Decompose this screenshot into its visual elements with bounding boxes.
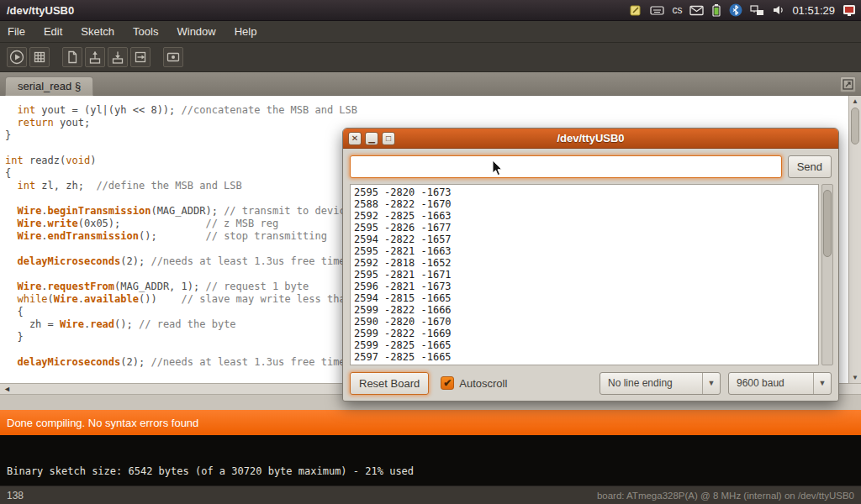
serial-output-line: 2599 -2825 -1665	[354, 339, 815, 351]
code-line: int yout = (yl|(yh << 8)); //concatenate…	[5, 104, 861, 117]
menu-window[interactable]: Window	[167, 21, 224, 43]
board-info: board: ATmega328P(A) @ 8 MHz (internal) …	[597, 491, 854, 501]
status-message: Done compiling. No syntax errors found	[7, 417, 198, 429]
clock[interactable]: 01:51:29	[792, 4, 835, 17]
chevron-down-icon: ▼	[702, 373, 720, 394]
footer-status-strip: 138 board: ATmega328P(A) @ 8 MHz (intern…	[0, 486, 861, 504]
stop-button[interactable]	[29, 47, 50, 67]
save-sketch-button[interactable]	[108, 47, 128, 67]
line-number-indicator: 138	[7, 490, 24, 501]
serial-output-line: 2596 -2819 -1675	[354, 363, 815, 365]
mouse-cursor	[492, 160, 504, 181]
keyboard-layout-indicator[interactable]: cs	[672, 4, 682, 16]
editor-scroll-thumb[interactable]	[851, 108, 859, 144]
autoscroll-label: Autoscroll	[459, 377, 507, 390]
baud-rate-dropdown[interactable]: 9600 baud ▼	[728, 372, 832, 395]
compile-status-bar: Done compiling. No syntax errors found	[0, 410, 861, 435]
top-panel: /dev/ttyUSB0 cs 01:51:	[0, 0, 861, 21]
serial-output-line: 2595 -2821 -1663	[354, 245, 815, 257]
open-sketch-button[interactable]	[85, 47, 105, 67]
scroll-up-icon[interactable]: ▲	[849, 96, 861, 107]
serial-output-line: 2595 -2826 -1677	[354, 222, 815, 234]
panel-app-title: /dev/ttyUSB0	[7, 4, 74, 17]
serial-output-line: 2597 -2825 -1665	[354, 351, 815, 363]
serial-output-line: 2594 -2822 -1657	[354, 234, 815, 245]
serial-output-line: 2596 -2821 -1673	[354, 281, 815, 292]
serial-scroll-thumb[interactable]	[823, 190, 832, 257]
reset-board-button[interactable]: Reset Board	[350, 372, 429, 395]
menu-bar: File Edit Sketch Tools Window Help	[0, 21, 861, 43]
battery-icon[interactable]	[711, 3, 721, 17]
serial-window-title: /dev/ttyUSB0	[343, 129, 838, 149]
network-icon[interactable]	[750, 4, 764, 17]
serial-output-line: 2590 -2820 -1670	[354, 316, 815, 328]
new-sketch-button[interactable]	[62, 47, 82, 67]
serial-output-line: 2595 -2820 -1673	[354, 186, 815, 198]
tab-bar: serial_read §	[0, 72, 861, 96]
serial-output-line: 2599 -2822 -1666	[354, 304, 815, 316]
menu-sketch[interactable]: Sketch	[71, 21, 124, 43]
serial-output-line: 2594 -2815 -1665	[354, 292, 815, 304]
autoscroll-checkbox[interactable]: ✔	[441, 376, 454, 390]
serial-output-line: 2588 -2822 -1670	[354, 198, 815, 210]
line-ending-value: No line ending	[600, 373, 702, 394]
serial-output-line: 2592 -2825 -1663	[354, 210, 815, 222]
upload-button[interactable]	[130, 47, 151, 67]
notes-icon[interactable]	[629, 3, 642, 17]
volume-icon[interactable]	[772, 4, 784, 16]
serial-window-titlebar[interactable]: ✕ ▁ □ /dev/ttyUSB0	[343, 129, 838, 149]
chevron-down-icon: ▼	[813, 373, 831, 394]
scroll-left-icon[interactable]: ◄	[3, 384, 11, 395]
baud-rate-value: 9600 baud	[729, 373, 813, 394]
serial-monitor-window: ✕ ▁ □ /dev/ttyUSB0 Send 2595 -2820 -1673…	[342, 128, 839, 402]
serial-output-line: 2592 -2818 -1652	[354, 257, 815, 269]
tab-label: serial_read §	[18, 80, 81, 92]
system-tray: cs 01:51:29	[629, 3, 861, 17]
bluetooth-icon[interactable]	[729, 3, 742, 17]
toolbar	[0, 43, 861, 72]
check-icon: ✔	[443, 377, 452, 389]
mail-icon[interactable]	[689, 5, 704, 16]
serial-input[interactable]	[350, 155, 782, 178]
serial-output-line: 2595 -2821 -1671	[354, 269, 815, 281]
editor-vertical-scrollbar[interactable]: ▲ ▼	[848, 96, 861, 383]
power-icon[interactable]	[843, 3, 856, 17]
menu-tools[interactable]: Tools	[124, 21, 167, 43]
console-line: Binary sketch size: 6542 bytes (of a 307…	[0, 435, 861, 477]
serial-monitor-button[interactable]	[163, 47, 183, 67]
serial-output[interactable]: 2595 -2820 -16732588 -2822 -16702592 -28…	[350, 184, 819, 365]
menu-edit[interactable]: Edit	[34, 21, 71, 43]
verify-button[interactable]	[7, 47, 27, 67]
serial-scrollbar[interactable]	[821, 184, 833, 365]
tab-serial-read[interactable]: serial_read §	[5, 76, 93, 96]
tab-menu-button[interactable]	[840, 76, 856, 92]
line-ending-dropdown[interactable]: No line ending ▼	[600, 372, 721, 395]
serial-controls: Reset Board ✔ Autoscroll No line ending …	[350, 371, 832, 395]
scroll-down-icon[interactable]: ▼	[849, 372, 861, 383]
menu-file[interactable]: File	[0, 21, 34, 43]
screen: /dev/ttyUSB0 cs 01:51:	[0, 0, 861, 504]
keyboard-icon[interactable]	[650, 4, 664, 16]
serial-output-line: 2599 -2822 -1669	[354, 328, 815, 339]
menu-help[interactable]: Help	[225, 21, 267, 43]
send-button[interactable]: Send	[788, 155, 832, 178]
console-output: Binary sketch size: 6542 bytes (of a 307…	[0, 435, 861, 486]
